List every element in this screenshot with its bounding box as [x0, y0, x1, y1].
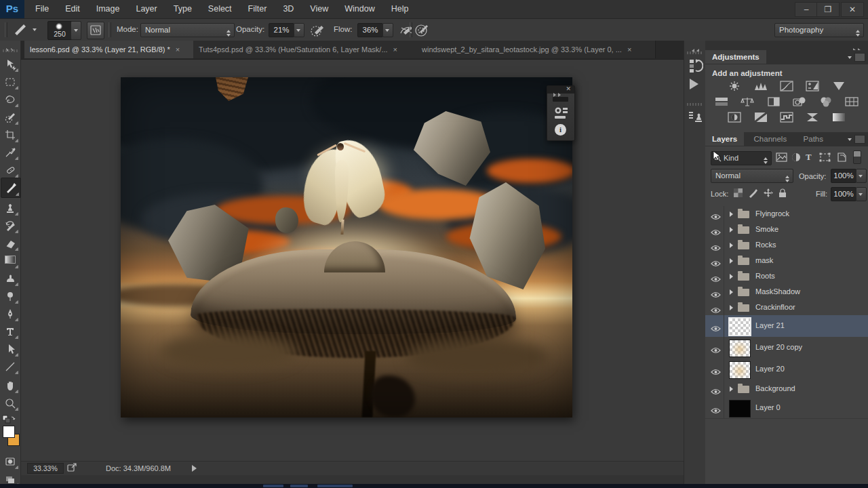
layer-row-roots[interactable]: Roots — [705, 268, 868, 285]
brush-tool[interactable] — [1, 178, 21, 198]
lock-transparency-icon[interactable] — [733, 188, 743, 201]
layer-opacity-value[interactable]: 100% — [831, 169, 856, 183]
crop-tool[interactable] — [1, 126, 20, 144]
hue-saturation-icon[interactable] — [713, 96, 730, 108]
rectangular-marquee-tool[interactable] — [1, 73, 20, 91]
layer-thumbnail[interactable] — [729, 361, 751, 379]
clone-source-panel-icon[interactable] — [687, 107, 703, 127]
tab-layers[interactable]: Layers — [705, 132, 744, 146]
blend-mode-select[interactable]: Normal — [711, 169, 793, 183]
document-tab[interactable]: windswept_2_by_sitara_leotastock.jpg @ 3… — [416, 41, 656, 58]
eyedropper-tool[interactable] — [1, 144, 20, 161]
visibility-eye-icon[interactable] — [711, 366, 721, 378]
workspace-select[interactable]: Photography — [774, 23, 864, 37]
layer-row-layer21-selected[interactable]: Layer 21 — [705, 315, 868, 338]
menu-type[interactable]: Type — [165, 0, 200, 18]
share-icon[interactable] — [67, 463, 78, 475]
expand-triangle-icon[interactable] — [730, 227, 736, 232]
panel-menu-icon[interactable] — [854, 135, 865, 144]
curves-icon[interactable] — [778, 81, 795, 92]
color-lookup-icon[interactable] — [844, 96, 860, 108]
move-tool[interactable] — [1, 56, 20, 73]
brightness-contrast-icon[interactable] — [726, 81, 743, 92]
layer-fill-dropdown[interactable] — [856, 187, 867, 201]
clone-stamp-tool[interactable] — [1, 199, 20, 217]
status-expand-icon[interactable] — [192, 465, 200, 472]
pasteboard[interactable]: ✕ i — [21, 60, 684, 462]
layer-row-rocks[interactable]: Rocks — [705, 237, 868, 253]
menu-layer[interactable]: Layer — [127, 0, 165, 18]
pen-tool[interactable] — [1, 305, 20, 323]
zoom-tool[interactable] — [1, 394, 20, 412]
expand-triangle-icon[interactable] — [730, 305, 736, 310]
visibility-eye-icon[interactable] — [711, 258, 721, 270]
restore-button[interactable]: ❐ — [816, 2, 840, 17]
opacity-dropdown[interactable] — [294, 23, 304, 37]
healing-brush-tool[interactable] — [1, 161, 20, 179]
menu-3d[interactable]: 3D — [275, 0, 302, 18]
visibility-eye-icon[interactable] — [711, 405, 721, 417]
document-canvas[interactable] — [121, 77, 572, 418]
actions-panel-icon[interactable] — [690, 79, 704, 89]
levels-icon[interactable] — [753, 81, 769, 92]
menu-edit[interactable]: Edit — [57, 0, 88, 18]
brush-preset-icon[interactable] — [12, 22, 28, 39]
visibility-eye-icon[interactable] — [711, 304, 721, 317]
vibrance-icon[interactable] — [831, 81, 847, 92]
tab-paths[interactable]: Paths — [797, 132, 830, 146]
hand-tool[interactable] — [1, 377, 20, 394]
mini-adjust-icon[interactable] — [553, 106, 569, 123]
info-icon[interactable]: i — [555, 124, 566, 136]
close-icon[interactable]: ✕ — [566, 85, 571, 92]
smudge-tool[interactable] — [1, 270, 20, 287]
visibility-eye-icon[interactable] — [711, 386, 721, 398]
filter-adjustment-icon[interactable] — [791, 152, 802, 165]
flow-value[interactable]: 36% — [357, 23, 383, 37]
tab-channels[interactable]: Channels — [747, 132, 794, 146]
foreground-color-swatch[interactable] — [3, 426, 15, 438]
document-tab[interactable]: Tuts4psd.psd @ 33.3% (Hue/Saturation 6, … — [193, 41, 422, 58]
menu-file[interactable]: File — [27, 0, 57, 18]
expand-triangle-icon[interactable] — [730, 289, 736, 295]
visibility-eye-icon[interactable] — [711, 226, 721, 239]
dock-grip[interactable] — [687, 52, 702, 54]
mode-select[interactable]: Normal — [140, 23, 235, 37]
color-balance-icon[interactable] — [739, 96, 755, 108]
visibility-eye-icon[interactable] — [711, 344, 721, 357]
layer-row-mask[interactable]: mask — [705, 253, 868, 269]
visibility-eye-icon[interactable] — [711, 323, 721, 335]
filter-shape-icon[interactable] — [819, 152, 831, 165]
brush-size-dropdown[interactable] — [71, 21, 81, 40]
toolbar-grip[interactable] — [3, 49, 18, 52]
lock-pixels-icon[interactable] — [748, 188, 759, 201]
lasso-tool[interactable] — [1, 91, 20, 108]
layer-row-maskshadow[interactable]: MaskShadow — [705, 284, 868, 300]
expand-triangle-icon[interactable] — [730, 211, 736, 217]
exposure-icon[interactable] — [804, 81, 821, 92]
layer-thumbnail[interactable] — [729, 340, 751, 357]
photo-filter-icon[interactable] — [791, 96, 808, 108]
panel-chevron-icon[interactable] — [848, 56, 852, 61]
menu-help[interactable]: Help — [383, 0, 417, 18]
layer-row-layer0[interactable]: Layer 0 — [705, 397, 868, 419]
type-tool[interactable] — [1, 323, 20, 340]
layer-row-flyingrock[interactable]: Flyingrock — [705, 206, 868, 222]
brush-preset-arrow-icon[interactable] — [33, 28, 37, 33]
layer-row-layer20copy[interactable]: Layer 20 copy — [705, 337, 868, 359]
lock-position-icon[interactable] — [763, 188, 774, 201]
expand-triangle-icon[interactable] — [730, 386, 736, 392]
tab-close-icon[interactable]: × — [627, 45, 631, 54]
posterize-icon[interactable] — [753, 112, 769, 123]
visibility-eye-icon[interactable] — [711, 273, 721, 285]
dodge-tool[interactable] — [1, 287, 20, 305]
brush-size-widget[interactable]: 250 — [47, 21, 72, 40]
selective-color-icon[interactable] — [804, 112, 821, 123]
layer-row-background[interactable]: Background — [705, 380, 868, 398]
document-tab-active[interactable]: lesson6.psd @ 33.3% (Layer 21, RGB/8) *× — [24, 41, 199, 58]
zoom-level-field[interactable]: 33.33% — [27, 463, 64, 474]
invert-icon[interactable] — [726, 112, 743, 123]
lock-all-icon[interactable] — [778, 188, 787, 201]
minimize-button[interactable]: – — [795, 2, 818, 17]
options-grip[interactable] — [5, 22, 7, 37]
history-brush-tool[interactable] — [1, 217, 20, 235]
